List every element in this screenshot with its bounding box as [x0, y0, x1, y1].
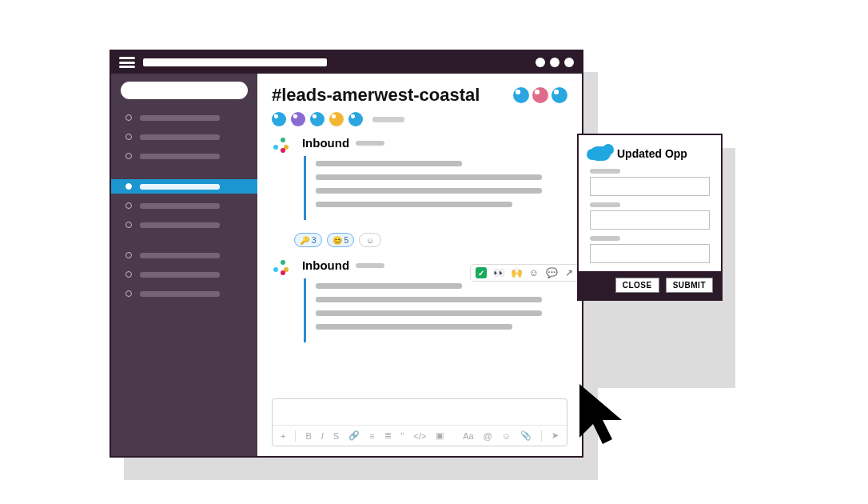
window-dot[interactable]: [564, 58, 574, 67]
window-dot[interactable]: [550, 58, 559, 67]
attach-icon[interactable]: +: [281, 431, 285, 441]
channel-title[interactable]: #leads-amerwest-coastal: [272, 85, 480, 106]
codeblock-icon[interactable]: ▣: [436, 430, 444, 441]
salesforce-icon: [590, 146, 611, 161]
reaction[interactable]: 🔑 3: [294, 233, 322, 247]
attachment-icon[interactable]: 📎: [520, 430, 532, 441]
share-icon[interactable]: ↗: [563, 267, 575, 278]
sidebar-item[interactable]: [111, 130, 257, 144]
avatar: [329, 112, 344, 126]
field-label: [590, 169, 620, 174]
avatar: [532, 87, 548, 103]
cursor-icon: [575, 380, 631, 452]
sidebar-item[interactable]: [111, 149, 257, 163]
message: Inbound: [272, 136, 567, 223]
avatar: [272, 112, 286, 126]
mention-icon[interactable]: @: [484, 431, 492, 441]
bold-icon[interactable]: B: [305, 431, 311, 441]
sidebar-item[interactable]: [111, 218, 257, 232]
emoji-icon[interactable]: ☺︎: [502, 431, 511, 441]
reaction[interactable]: 😊 5: [327, 233, 355, 247]
avatar: [348, 112, 363, 126]
link-icon[interactable]: 🔗: [348, 430, 360, 441]
channel-pane: #leads-amerwest-coastal: [257, 74, 582, 456]
slack-app-icon: [272, 258, 294, 281]
search-bar[interactable]: [143, 58, 327, 66]
check-icon[interactable]: [476, 267, 487, 278]
window-dot[interactable]: [536, 58, 545, 67]
italic-icon[interactable]: I: [321, 431, 324, 441]
format-toggle-icon[interactable]: Aa: [463, 431, 473, 441]
message-author[interactable]: Inbound: [302, 258, 349, 272]
member-count-placeholder: [372, 117, 404, 122]
window-titlebar: [111, 51, 582, 74]
message-composer[interactable]: + B I S 🔗 ≡ ≣ ” </> ▣ Aa @ ☺︎: [272, 398, 567, 446]
message-timestamp: [356, 141, 384, 146]
sidebar-item[interactable]: [111, 198, 257, 213]
submit-button[interactable]: SUBMIT: [666, 278, 713, 293]
avatar: [310, 112, 325, 126]
bullet-list-icon[interactable]: ≣: [384, 430, 392, 441]
channel-members-row[interactable]: [272, 112, 567, 126]
text-input[interactable]: [590, 244, 710, 263]
reaction-bar: 🔑 3 😊 5 ☺︎: [294, 233, 567, 247]
thread-icon[interactable]: 💬: [546, 267, 557, 278]
quote-icon[interactable]: ”: [401, 431, 404, 441]
avatar: [291, 112, 305, 126]
sidebar-item[interactable]: [111, 248, 257, 262]
modal-footer: CLOSE SUBMIT: [579, 271, 721, 299]
modal-title: Updated Opp: [617, 147, 687, 160]
updated-opp-modal: Updated Opp CLOSE SUBMIT: [577, 134, 723, 301]
avatar: [551, 87, 567, 103]
sidebar-item[interactable]: [111, 267, 257, 282]
field-label: [590, 202, 620, 207]
workspace-switcher[interactable]: [121, 82, 248, 99]
menu-icon[interactable]: [119, 57, 135, 68]
message-actions-toolbar: 👀 🙌 ☺︎ 💬 ↗ ⚑: [470, 264, 582, 282]
slack-window: #leads-amerwest-coastal: [109, 50, 583, 458]
field-label: [590, 236, 620, 241]
message-attachment: [304, 278, 567, 342]
header-avatar-stack[interactable]: [513, 87, 567, 103]
send-icon[interactable]: ➤: [551, 430, 559, 441]
sidebar: [111, 74, 257, 456]
sidebar-item-active[interactable]: [111, 179, 257, 194]
avatar: [513, 87, 529, 103]
text-input[interactable]: [590, 210, 710, 230]
raised-hands-icon[interactable]: 🙌: [511, 267, 522, 278]
sidebar-item[interactable]: [111, 286, 257, 301]
sidebar-item[interactable]: [111, 110, 257, 125]
message-attachment: [304, 156, 567, 220]
ordered-list-icon[interactable]: ≡: [369, 431, 374, 441]
strike-icon[interactable]: S: [333, 431, 339, 441]
add-reaction[interactable]: ☺︎: [359, 233, 381, 247]
message-author[interactable]: Inbound: [302, 136, 349, 150]
react-icon[interactable]: ☺︎: [528, 267, 540, 278]
eyes-icon[interactable]: 👀: [493, 267, 504, 278]
composer-toolbar: + B I S 🔗 ≡ ≣ ” </> ▣ Aa @ ☺︎: [273, 425, 567, 446]
close-button[interactable]: CLOSE: [615, 278, 659, 293]
window-controls[interactable]: [536, 58, 574, 67]
text-input[interactable]: [590, 177, 710, 196]
slack-app-icon: [272, 136, 294, 158]
code-icon[interactable]: </>: [413, 431, 426, 441]
message-timestamp: [356, 263, 384, 268]
svg-marker-0: [579, 384, 622, 444]
